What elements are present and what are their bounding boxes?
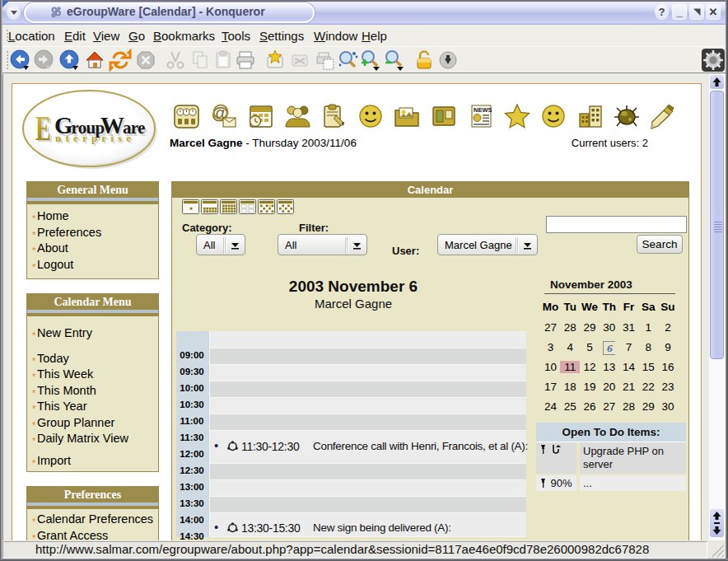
svg-text:nterprise: nterprise: [55, 132, 135, 144]
svg-text:E: E: [35, 110, 51, 148]
svg-text:NEWS: NEWS: [474, 106, 492, 114]
